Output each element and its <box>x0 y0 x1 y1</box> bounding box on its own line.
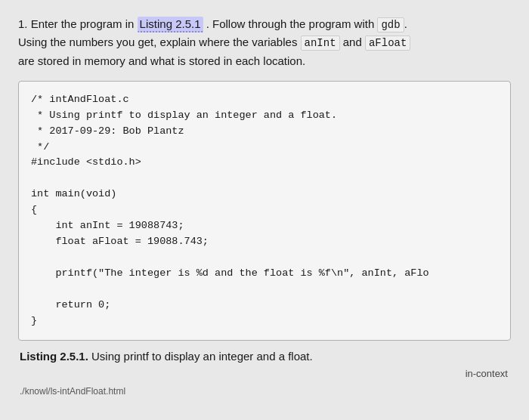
listing-reference: Listing 2.5.1 <box>138 17 203 32</box>
listing-caption: Listing 2.5.1. Using printf to display a… <box>18 348 511 366</box>
question-number: 1. <box>18 17 28 30</box>
listing-label: Listing 2.5.1. <box>20 350 88 363</box>
line2-end: are stored in memory and what is stored … <box>18 54 305 67</box>
in-context-label: in-context <box>18 368 511 379</box>
question-text-before: Enter the program in <box>31 17 135 30</box>
question-paragraph: 1. Enter the program in Listing 2.5.1 . … <box>18 15 511 70</box>
code-box: /* intAndFloat.c * Using printf to displ… <box>18 81 511 341</box>
anInt-code: anInt <box>301 36 340 51</box>
aFloat-code: aFloat <box>365 36 410 51</box>
line2-start: Using the numbers you get, explain where… <box>18 36 297 48</box>
and-text: and <box>343 36 362 48</box>
gdb-code: gdb <box>377 17 404 32</box>
url-link[interactable]: ./knowl/ls-intAndFloat.html <box>18 386 125 397</box>
code-content: /* intAndFloat.c * Using printf to displ… <box>31 92 498 329</box>
caption-text: Using printf to display an integer and a… <box>88 350 313 363</box>
question-text: 1. Enter the program in Listing 2.5.1 . … <box>18 15 511 70</box>
text-after: . Follow through the program with <box>206 17 375 30</box>
